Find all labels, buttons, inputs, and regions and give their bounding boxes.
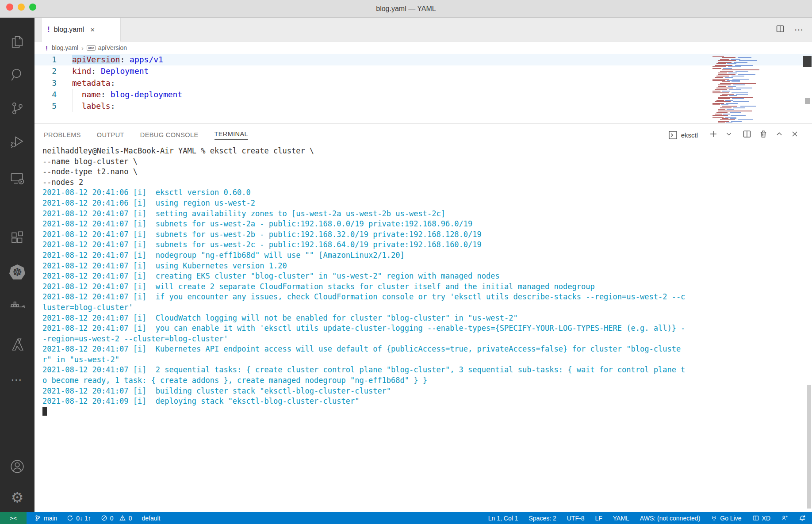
sync-icon [67,515,73,521]
run-and-debug-icon[interactable] [0,127,34,157]
overview-ruler-mark [805,98,810,104]
terminal-scrollbar-thumb[interactable] [807,385,811,509]
terminal-line: 2021-08-12 20:41:09 [i] deploying stack … [42,396,687,407]
panel-tabs: PROBLEMSOUTPUTDEBUG CONSOLETERMINAL [44,130,264,140]
tab-bar: ! blog.yaml × ⋯ [34,18,812,42]
terminal-line: 2021-08-12 20:41:07 [i] if you encounter… [42,292,687,313]
terminal-picker[interactable]: eksctl [668,130,698,140]
indentation-indicator[interactable]: Spaces: 2 [529,515,556,522]
remote-indicator[interactable]: >< [0,512,27,524]
remote-icon: >< [10,515,17,521]
kill-terminal-icon[interactable] [759,130,768,140]
git-branch-icon [34,515,41,521]
tab-label: blog.yaml [54,26,84,34]
search-icon[interactable] [0,60,34,89]
terminal-line: 2021-08-12 20:41:06 [i] using region us-… [42,198,687,209]
breadcrumb-file[interactable]: blog.yaml [52,44,78,51]
sync-indicator[interactable]: 0↓ 1↑ [67,515,91,522]
feedback-person-icon [781,515,788,521]
maximize-panel-icon[interactable] [775,130,783,140]
code-editor[interactable]: 1apiVersion: apps/v12kind: Deployment3me… [34,54,812,124]
terminal-output[interactable]: neilhaddley@Neils-MacBook-Air YAML % eks… [42,146,687,512]
code-line: 2kind: Deployment [34,65,812,77]
tab-close-icon[interactable]: × [90,26,95,34]
yaml-language-icon: ! [47,25,50,34]
terminal-line: 2021-08-12 20:41:07 [i] creating EKS clu… [42,271,687,282]
terminal-line: --node-type t2.nano \ [42,167,687,177]
terminal-cursor [42,407,47,416]
docker-icon[interactable] [0,293,34,322]
encoding-indicator[interactable]: UTF-8 [567,515,585,522]
aws-connection-indicator[interactable]: AWS: (not connected) [640,515,700,522]
branch-name: main [44,515,57,522]
tab-blog-yaml[interactable]: ! blog.yaml × [42,18,121,42]
terminal-line: 2021-08-12 20:41:07 [i] setting availabi… [42,209,687,219]
eol-indicator[interactable]: LF [595,515,602,522]
terminal-line: 2021-08-12 20:41:07 [i] subnets for us-w… [42,219,687,229]
split-editor-icon[interactable] [776,24,785,35]
sync-counts: 0↓ 1↑ [76,515,91,522]
kubernetes-icon[interactable]: ☸ [0,257,34,287]
branch-indicator[interactable]: main [34,515,57,522]
terminal-line: 2021-08-12 20:41:07 [i] using Kubernetes… [42,261,687,272]
minimap[interactable] [712,56,801,123]
terminal-line: 2021-08-12 20:41:07 [i] subnets for us-w… [42,240,687,250]
activity-bar: ☸ ⋯ ⚙ [0,18,34,512]
accounts-icon[interactable] [0,452,34,481]
split-terminal-icon[interactable] [743,130,751,140]
editor-scrollbar[interactable] [802,54,812,124]
panel-header: PROBLEMSOUTPUTDEBUG CONSOLETERMINAL eksc… [34,124,812,146]
xd-label: XD [762,515,770,522]
source-control-icon[interactable] [0,94,34,123]
azure-icon[interactable] [0,330,34,359]
panel-tab-debug-console[interactable]: DEBUG CONSOLE [140,131,199,138]
terminal-scrollbar[interactable] [807,146,811,510]
aws-profile-indicator[interactable]: default [142,515,160,522]
symbol-string-icon: abc [87,45,96,51]
go-live-label: Go Live [720,515,741,522]
more-actions-icon[interactable]: ⋯ [794,24,804,35]
code-line: 5 labels: [34,100,812,112]
panel-tab-terminal[interactable]: TERMINAL [214,130,249,140]
bottom-panel: PROBLEMSOUTPUTDEBUG CONSOLETERMINAL eksc… [34,124,812,512]
xd-window-icon [752,515,759,521]
language-mode-indicator[interactable]: YAML [613,515,629,522]
panel-tab-problems[interactable]: PROBLEMS [44,131,81,138]
terminal-line: 2021-08-12 20:41:07 [i] CloudWatch loggi… [42,313,687,324]
settings-gear-icon[interactable]: ⚙ [0,483,34,512]
feedback-button[interactable] [781,515,788,521]
status-bar: >< main 0↓ 1↑ 0 0 default Ln 1, Col 1 Sp… [0,512,812,524]
profile-name: default [142,515,160,522]
terminal-line: 2021-08-12 20:41:07 [i] subnets for us-w… [42,229,687,240]
error-count: 0 [110,515,114,522]
title-bar: blog.yaml — YAML [0,0,812,18]
editor-lines: 1apiVersion: apps/v12kind: Deployment3me… [34,54,812,112]
notifications-button[interactable] [799,515,806,522]
new-terminal-icon[interactable] [709,130,718,140]
code-line: 3metadata: [34,77,812,89]
remote-explorer-icon[interactable] [0,164,34,193]
explorer-icon[interactable] [0,27,34,57]
extensions-icon[interactable] [0,223,34,252]
breadcrumb-separator-icon: › [81,44,84,52]
broadcast-icon [711,515,717,521]
problems-indicator[interactable]: 0 0 [101,515,132,522]
terminal-line: 2021-08-12 20:41:07 [i] you can enable i… [42,323,687,344]
terminal-line: 2021-08-12 20:41:07 [i] 2 sequential tas… [42,365,687,386]
breadcrumb-symbol[interactable]: apiVersion [98,44,127,51]
terminal-line: neilhaddley@Neils-MacBook-Air YAML % eks… [42,146,687,157]
editor-scrollbar-thumb[interactable] [803,56,812,67]
terminal-dropdown-icon[interactable] [725,130,732,139]
warning-count: 0 [129,515,132,522]
close-panel-icon[interactable] [791,130,799,140]
terminal-line: 2021-08-12 20:41:07 [i] nodegroup "ng-ef… [42,250,687,261]
terminal-line: 2021-08-12 20:41:07 [i] building cluster… [42,386,687,397]
cursor-position-indicator[interactable]: Ln 1, Col 1 [488,515,518,522]
terminal-line: --nodes 2 [42,177,687,188]
go-live-button[interactable]: Go Live [711,515,741,522]
xd-button[interactable]: XD [752,515,770,522]
more-views-icon[interactable]: ⋯ [0,365,34,394]
panel-tab-output[interactable]: OUTPUT [97,131,124,138]
terminal-icon [668,130,678,140]
terminal-line: 2021-08-12 20:41:07 [i] will create 2 se… [42,282,687,292]
